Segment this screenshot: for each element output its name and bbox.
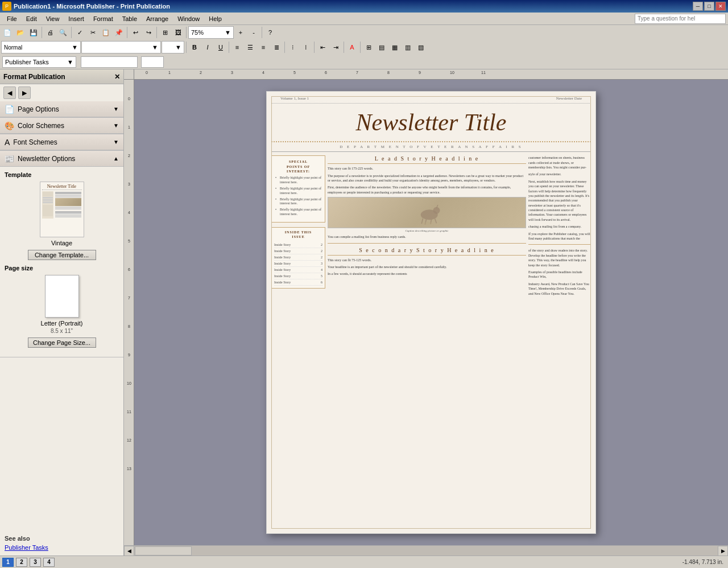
extra-toolbar-btn2[interactable]: ▤ xyxy=(375,41,388,53)
menu-bar: File Edit View Insert Format Table Arran… xyxy=(0,13,728,25)
spell-check-button[interactable]: ✓ xyxy=(73,26,86,39)
newsletter-options-header[interactable]: 📰 Newsletter Options ▲ xyxy=(0,151,123,167)
open-button[interactable]: 📂 xyxy=(14,26,27,39)
page-options-icon: 📄 xyxy=(5,105,14,114)
template-label: Template xyxy=(5,171,119,178)
sep-color xyxy=(344,42,344,53)
publisher-tasks-dropdown[interactable]: Publisher Tasks ▼ xyxy=(2,56,76,68)
page-btn-2[interactable]: 2 xyxy=(16,558,27,567)
zoom-arrow: ▼ xyxy=(225,29,231,36)
insert-picture-button[interactable]: 🖼 xyxy=(172,26,184,39)
panel-back-button[interactable]: ◀ xyxy=(3,87,16,99)
size-dropdown[interactable]: ▼ xyxy=(162,41,184,53)
minimize-button[interactable]: ─ xyxy=(693,2,703,11)
font-size-input[interactable] xyxy=(141,56,164,68)
change-template-button[interactable]: Change Template... xyxy=(28,250,96,260)
font-name-input[interactable] xyxy=(81,56,138,68)
insert-table-button[interactable]: ⊞ xyxy=(159,26,171,39)
save-button[interactable]: 💾 xyxy=(27,26,40,39)
menu-help[interactable]: Help xyxy=(204,14,226,23)
extra-toolbar-btn5[interactable]: ▧ xyxy=(415,41,427,53)
align-left-button[interactable]: ≡ xyxy=(231,41,243,53)
zoom-in-button[interactable]: + xyxy=(234,26,247,39)
panel-forward-button[interactable]: ▶ xyxy=(18,87,31,99)
bold-button[interactable]: B xyxy=(188,41,201,53)
scroll-right-button[interactable]: ▶ xyxy=(718,546,728,556)
extra-toolbar-btn1[interactable]: ⊞ xyxy=(362,41,375,53)
font-dropdown[interactable]: ▼ xyxy=(81,41,161,53)
v-tick-9: 9 xyxy=(124,353,134,357)
italic-button[interactable]: I xyxy=(201,41,214,53)
extra-toolbar-btn4[interactable]: ▥ xyxy=(402,41,414,53)
sep-list xyxy=(284,42,285,53)
bottom-scrollbar[interactable]: ◀ ▶ xyxy=(124,545,728,555)
v-tick-13: 13 xyxy=(124,467,134,471)
align-center-button[interactable]: ☰ xyxy=(244,41,257,53)
tmpl-mini-col2-line3 xyxy=(55,207,81,208)
title-bar-text: Publication1 - Microsoft Publisher - Pri… xyxy=(14,3,693,10)
publisher-tasks-link[interactable]: Publisher Tasks xyxy=(5,544,119,551)
panel-close-button[interactable]: ✕ xyxy=(114,73,120,81)
color-schemes-header[interactable]: 🎨 Color Schemes ▼ xyxy=(0,118,123,134)
sep-fmt xyxy=(186,42,187,53)
page-btn-3[interactable]: 3 xyxy=(30,558,41,567)
decrease-indent-button[interactable]: ⇤ xyxy=(316,41,329,53)
v-tick-3: 3 xyxy=(124,182,134,186)
publisher-tasks-bar: Publisher Tasks ▼ xyxy=(0,55,728,69)
ruler-tick-10: 10 xyxy=(450,71,454,75)
scroll-track[interactable] xyxy=(134,546,718,556)
menu-table[interactable]: Table xyxy=(118,14,142,23)
font-schemes-header[interactable]: A Font Schemes ▼ xyxy=(0,134,123,150)
redo-button[interactable]: ↪ xyxy=(142,26,155,39)
print-button[interactable]: 🖨 xyxy=(44,26,56,39)
close-button[interactable]: ✕ xyxy=(715,2,726,11)
see-also-title: See also xyxy=(5,535,119,542)
template-name: Vintage xyxy=(5,240,119,246)
sep2 xyxy=(71,27,72,38)
zoom-dropdown[interactable]: 75% ▼ xyxy=(188,26,234,39)
numbered-list-button[interactable]: ⁞ xyxy=(300,41,312,53)
bullet-list-button[interactable]: ⁝ xyxy=(287,41,299,53)
menu-insert[interactable]: Insert xyxy=(64,14,89,23)
tmpl-mini-col1 xyxy=(42,191,53,219)
scroll-thumb[interactable] xyxy=(135,546,192,555)
sep-extra xyxy=(360,42,361,53)
tmpl-mini-footer-line2 xyxy=(55,215,81,216)
zoom-out-button[interactable]: - xyxy=(247,26,260,39)
help-button[interactable]: ? xyxy=(264,26,276,39)
menu-format[interactable]: Format xyxy=(89,14,118,23)
styles-dropdown-arrow[interactable]: Normal ▼ xyxy=(1,41,81,53)
menu-arrange[interactable]: Arrange xyxy=(142,14,173,23)
menu-window[interactable]: Window xyxy=(173,14,204,23)
change-page-size-button[interactable]: Change Page Size... xyxy=(28,337,96,348)
print-preview-button[interactable]: 🔍 xyxy=(57,26,69,39)
new-button[interactable]: 📄 xyxy=(1,26,14,39)
help-search-input[interactable] xyxy=(635,14,726,24)
undo-button[interactable]: ↩ xyxy=(129,26,142,39)
menu-edit[interactable]: Edit xyxy=(22,14,42,23)
copy-button[interactable]: 📋 xyxy=(100,26,112,39)
maximize-button[interactable]: □ xyxy=(704,2,714,11)
increase-indent-button[interactable]: ⇥ xyxy=(329,41,342,53)
page-btn-1[interactable]: 1 xyxy=(2,558,14,567)
font-color-button[interactable]: A xyxy=(346,41,358,53)
tmpl-mini-line4 xyxy=(43,202,53,203)
story-image xyxy=(328,197,526,228)
tmpl-mini-line2 xyxy=(43,199,53,200)
align-right-button[interactable]: ≡ xyxy=(257,41,270,53)
canvas-scroll[interactable]: Volume 1, Issue 1 Newsletter Date Newsle… xyxy=(134,80,728,545)
page-options-header[interactable]: 📄 Page Options ▼ xyxy=(0,101,123,117)
menu-file[interactable]: File xyxy=(2,14,22,23)
justify-button[interactable]: ≣ xyxy=(270,41,283,53)
cut-button[interactable]: ✂ xyxy=(86,26,99,39)
ruler-tick-2: 2 xyxy=(200,71,202,75)
zoom-value: 75% xyxy=(191,29,204,36)
paste-button[interactable]: 📌 xyxy=(113,26,125,39)
scroll-left-button[interactable]: ◀ xyxy=(124,546,134,556)
extra-toolbar-btn3[interactable]: ▦ xyxy=(388,41,401,53)
tmpl-mini-col2-line1 xyxy=(55,195,81,196)
page-btn-4[interactable]: 4 xyxy=(43,558,55,567)
newsletter-options-section: 📰 Newsletter Options ▲ Template Newslett… xyxy=(0,151,123,357)
underline-button[interactable]: U xyxy=(214,41,227,53)
menu-view[interactable]: View xyxy=(42,14,64,23)
